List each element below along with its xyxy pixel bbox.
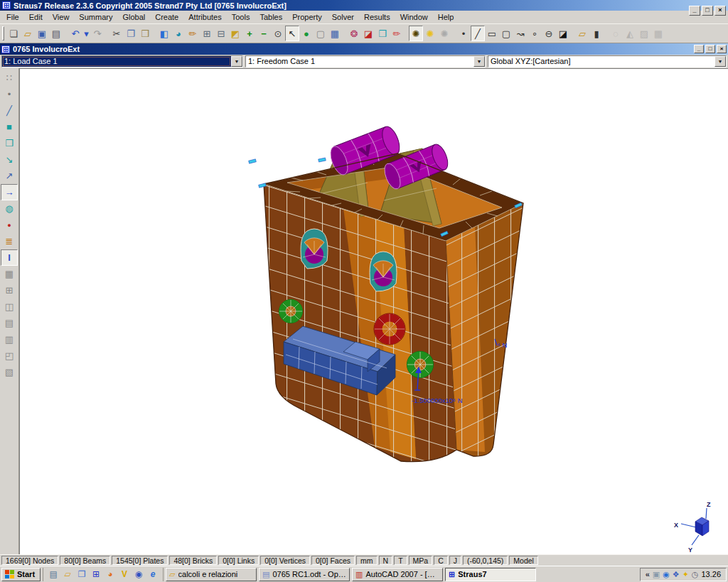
circle-tool-icon[interactable]: ∘: [528, 26, 542, 41]
zoom-strip-icon[interactable]: ▮: [589, 26, 604, 41]
pointer-icon[interactable]: ↖: [285, 26, 299, 41]
child-close-button[interactable]: ×: [717, 45, 727, 53]
task-straus7[interactable]: ⊞ Straus7: [445, 568, 536, 581]
load-case-combo[interactable]: 1: Load Case 1 ▼: [1, 55, 243, 68]
task-calcoli[interactable]: ▱ calcoli e relazioni: [166, 568, 257, 581]
model-viewport[interactable]: -1.500000x10⁶ N ⁶ N X Z Y: [19, 68, 728, 554]
zoom-out-icon[interactable]: −: [257, 26, 271, 41]
select-nodes-icon[interactable]: ▦: [1, 266, 18, 282]
print-icon[interactable]: ▤: [49, 26, 63, 41]
open-file-icon[interactable]: ▱: [21, 26, 35, 41]
sketch-icon[interactable]: ✏: [186, 26, 200, 41]
load-case-dropdown-icon[interactable]: ▼: [231, 56, 242, 67]
tray-network-icon[interactable]: ❖: [673, 570, 680, 579]
menu-item[interactable]: Tools: [227, 11, 255, 23]
tray-clock-icon[interactable]: ◷: [692, 570, 699, 579]
menu-item[interactable]: Global: [117, 11, 150, 23]
light-mid-icon[interactable]: ✺: [423, 26, 437, 41]
tray-info-icon[interactable]: ◉: [663, 570, 670, 579]
brick-icon[interactable]: ❒: [1, 135, 18, 151]
color-wheel-icon[interactable]: ❂: [347, 26, 361, 41]
coord-system-combo[interactable]: Global XYZ:[Cartesian] ▼: [488, 55, 727, 68]
quick-launch-strand7-icon[interactable]: ⊞: [90, 568, 102, 581]
maximize-button[interactable]: □: [702, 6, 713, 16]
new-file-icon[interactable]: ❏: [6, 26, 21, 41]
attribute-marker-icon[interactable]: ◪: [361, 26, 375, 41]
task-openoffice[interactable]: ▤ 0765 RC1.odt - OpenOff...: [259, 568, 350, 581]
freedom-case-dropdown-icon[interactable]: ▼: [473, 56, 485, 67]
paint-model-icon[interactable]: ◩: [228, 26, 242, 41]
menu-item[interactable]: Summary: [74, 11, 117, 23]
snap-grid-icon[interactable]: ∷: [1, 70, 18, 86]
menu-item[interactable]: Help: [433, 11, 459, 23]
quick-launch-folder-icon[interactable]: ▱: [61, 568, 74, 581]
paste-icon[interactable]: ❒: [138, 26, 152, 41]
plate-icon[interactable]: ■: [1, 119, 18, 135]
polyline-tool-icon[interactable]: ↝: [513, 26, 528, 41]
select-links-icon[interactable]: ▥: [1, 331, 18, 347]
select-bricks-icon[interactable]: ▤: [1, 315, 18, 331]
child-maximize-button[interactable]: □: [705, 45, 715, 53]
menu-item[interactable]: Results: [359, 11, 395, 23]
freedom-case-combo[interactable]: 1: Freedom Case 1 ▼: [245, 55, 486, 68]
menu-item[interactable]: Solver: [327, 11, 359, 23]
quick-launch-desktop-icon[interactable]: ▤: [47, 568, 60, 581]
vertex-icon[interactable]: ↗: [1, 168, 18, 184]
entity-display-icon[interactable]: ◧: [157, 26, 171, 41]
menu-item[interactable]: Create: [150, 11, 183, 23]
brick-attribute-icon[interactable]: ◍: [1, 200, 18, 217]
undo-dropdown-icon[interactable]: ▾: [82, 26, 90, 41]
copy-icon[interactable]: ❐: [124, 26, 138, 41]
light-off-icon[interactable]: ✺: [437, 26, 451, 41]
node-load-icon[interactable]: ●: [1, 217, 18, 233]
folder-tool-icon[interactable]: ▱: [575, 26, 589, 41]
dynamic-rotate-icon[interactable]: ◕: [171, 26, 186, 41]
undo-icon[interactable]: ↶: [68, 26, 82, 41]
fill-mode-icon[interactable]: ◪: [556, 26, 570, 41]
tray-alert-icon[interactable]: ✦: [682, 570, 689, 579]
link-icon[interactable]: ↘: [1, 151, 18, 168]
edit-attributes-icon[interactable]: ✏: [390, 26, 404, 41]
line-tool-icon[interactable]: ╱: [471, 26, 485, 41]
quick-launch-v-icon[interactable]: V: [118, 568, 131, 581]
quick-launch-window-icon[interactable]: ❐: [75, 568, 88, 581]
menu-item[interactable]: Property: [287, 11, 327, 23]
quick-launch-media-icon[interactable]: ◉: [132, 568, 145, 581]
menu-item[interactable]: Edit: [24, 11, 48, 23]
copy-attributes-icon[interactable]: ❒: [375, 26, 390, 41]
globe-icon[interactable]: ●: [299, 26, 314, 41]
toolbar-grip[interactable]: [2, 26, 4, 41]
zoom-in-icon[interactable]: +: [242, 26, 257, 41]
menu-item[interactable]: Tables: [255, 11, 287, 23]
cylinder-tool-icon[interactable]: ⊖: [542, 26, 556, 41]
start-button[interactable]: Start: [1, 568, 41, 581]
point-tool-icon[interactable]: •: [456, 26, 471, 41]
save-icon[interactable]: ▣: [35, 26, 49, 41]
coord-system-dropdown-icon[interactable]: ▼: [714, 56, 726, 67]
beam-icon[interactable]: ╱: [1, 102, 18, 119]
redo-icon[interactable]: ↷: [90, 26, 105, 41]
beam-attribute-icon[interactable]: ≣: [1, 233, 18, 249]
zoom-out-window-icon[interactable]: ⊟: [214, 26, 228, 41]
roundrect-tool-icon[interactable]: ▢: [499, 26, 513, 41]
node-attribute-icon[interactable]: →: [1, 184, 18, 200]
tray-print-icon[interactable]: ▣: [653, 570, 660, 579]
wireframe-box-icon[interactable]: ▢: [314, 26, 328, 41]
zoom-tool-icon[interactable]: ⊙: [271, 26, 285, 41]
node-icon[interactable]: •: [1, 86, 18, 102]
select-beams-icon[interactable]: ⊞: [1, 282, 18, 298]
minimize-button[interactable]: _: [689, 6, 700, 16]
select-faces-icon[interactable]: ◰: [1, 347, 18, 364]
menu-item[interactable]: Attributes: [183, 11, 226, 23]
menu-item[interactable]: File: [1, 11, 24, 23]
tray-collapse-button[interactable]: «: [646, 570, 650, 578]
close-button[interactable]: ×: [714, 6, 726, 16]
menu-item[interactable]: Window: [395, 11, 433, 23]
cut-icon[interactable]: ✂: [109, 26, 124, 41]
plate-attribute-icon[interactable]: I: [1, 249, 18, 266]
select-plates-icon[interactable]: ◫: [1, 298, 18, 315]
select-all-icon[interactable]: ▧: [1, 364, 18, 380]
zoom-window-icon[interactable]: ⊞: [200, 26, 214, 41]
grid-table-icon[interactable]: ▦: [328, 26, 342, 41]
child-minimize-button[interactable]: _: [694, 45, 704, 53]
